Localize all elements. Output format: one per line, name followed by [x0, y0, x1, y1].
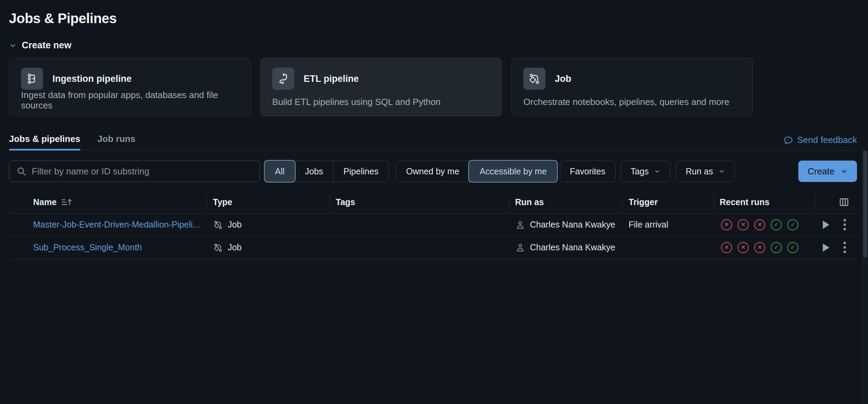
jobs-and-pipelines-page: Jobs & Pipelines Create new [0, 0, 868, 404]
column-header-actions [815, 191, 857, 213]
run-failed-icon[interactable]: ✕ [738, 242, 749, 253]
kebab-menu-button[interactable] [841, 218, 848, 232]
create-label: Create [808, 166, 835, 177]
card-title: Job [555, 74, 571, 84]
create-new-label: Create new [22, 40, 71, 51]
toolbar: All Jobs Pipelines Owned by me Accessibl… [9, 161, 857, 182]
search-icon [16, 166, 27, 176]
run-as-user: Charles Nana Kwakye [530, 242, 615, 252]
filter-pipelines[interactable]: Pipelines [333, 161, 388, 182]
run-success-icon[interactable]: ✓ [787, 219, 798, 230]
chevron-down-icon [654, 168, 660, 174]
run-success-icon[interactable]: ✓ [771, 242, 782, 253]
tags-cell [329, 236, 509, 259]
column-header-recent-runs: Recent runs [713, 191, 815, 213]
column-header-type: Type [207, 191, 329, 213]
run-as-user: Charles Nana Kwakye [530, 220, 615, 230]
tab-job-runs[interactable]: Job runs [98, 134, 136, 150]
run-success-icon[interactable]: ✓ [771, 219, 782, 230]
trigger-cell [622, 236, 713, 259]
run-now-button[interactable] [823, 221, 829, 229]
run-failed-icon[interactable]: ✕ [754, 242, 765, 253]
job-icon [213, 242, 223, 253]
card-ingestion-pipeline[interactable]: Ingestion pipeline Ingest data from popu… [9, 58, 251, 116]
create-new-cards: Ingestion pipeline Ingest data from popu… [9, 58, 857, 116]
chevron-down-icon [9, 42, 17, 49]
tags-cell [329, 213, 509, 236]
owner-filter-group: Owned by me Accessible by me [396, 161, 557, 182]
filter-accessible-by-me[interactable]: Accessible by me [469, 161, 557, 182]
card-job[interactable]: Job Orchestrate notebooks, pipelines, qu… [511, 58, 753, 116]
card-description: Orchestrate notebooks, pipelines, querie… [523, 97, 741, 107]
filter-jobs[interactable]: Jobs [295, 161, 333, 182]
sort-ascending-icon [61, 198, 72, 207]
job-type-label: Job [228, 242, 241, 252]
card-description: Ingest data from popular apps, databases… [21, 90, 239, 110]
card-etl-pipeline[interactable]: ETL pipeline Build ETL pipelines using S… [260, 58, 502, 116]
feedback-icon [783, 135, 793, 145]
ingestion-pipeline-icon [21, 68, 43, 90]
table-row: Sub_Process_Single_Month Job [9, 236, 857, 259]
user-icon [515, 220, 525, 230]
tags-dropdown[interactable]: Tags [621, 161, 671, 182]
run-failed-icon[interactable]: ✕ [738, 219, 749, 230]
type-filter-group: All Jobs Pipelines [265, 161, 389, 182]
favorites-label: Favorites [570, 166, 605, 176]
card-title: ETL pipeline [304, 74, 359, 84]
columns-settings-button[interactable] [839, 197, 849, 208]
run-failed-icon[interactable]: ✕ [721, 219, 732, 230]
scrollbar-thumb[interactable] [863, 151, 867, 258]
tags-label: Tags [631, 166, 649, 176]
job-name-link[interactable]: Master-Job-Event-Driven-Medallion-Pipeli… [33, 220, 200, 230]
jobs-table: Name Type Tags Run as Trigger Recent run… [9, 191, 857, 259]
run-failed-icon[interactable]: ✕ [721, 242, 732, 253]
run-as-dropdown[interactable]: Run as [675, 161, 734, 182]
filter-all[interactable]: All [265, 161, 295, 182]
chevron-down-icon [719, 168, 725, 174]
user-icon [515, 242, 525, 253]
table-row: Master-Job-Event-Driven-Medallion-Pipeli… [9, 213, 857, 236]
column-header-trigger: Trigger [622, 191, 713, 213]
run-now-button[interactable] [823, 243, 829, 252]
send-feedback-label: Send feedback [797, 135, 857, 145]
column-header-run-as: Run as [509, 191, 622, 213]
tab-jobs-and-pipelines[interactable]: Jobs & pipelines [9, 134, 80, 150]
recent-runs-cell: ✕✕✕✓✓ [713, 213, 815, 236]
column-header-name[interactable]: Name [9, 191, 207, 213]
search-box [9, 161, 260, 182]
etl-pipeline-icon [272, 68, 294, 90]
table-header: Name Type Tags Run as Trigger Recent run… [9, 191, 857, 213]
tabs-row: Jobs & pipelines Job runs Send feedback [9, 134, 857, 151]
job-name-link[interactable]: Sub_Process_Single_Month [33, 242, 142, 252]
card-description: Build ETL pipelines using SQL and Python [272, 97, 490, 107]
job-icon [213, 220, 223, 230]
trigger-cell: File arrival [622, 213, 713, 236]
column-header-tags: Tags [329, 191, 509, 213]
run-as-label: Run as [685, 166, 713, 176]
run-success-icon[interactable]: ✓ [787, 242, 798, 253]
kebab-menu-button[interactable] [841, 240, 848, 254]
columns-icon [839, 197, 849, 208]
job-type-label: Job [228, 220, 241, 230]
scrollbar-track [862, 148, 868, 404]
search-input[interactable] [32, 166, 253, 177]
recent-runs-cell: ✕✕✕✓✓ [713, 236, 815, 259]
filter-owned-by-me[interactable]: Owned by me [396, 161, 469, 182]
job-icon [523, 68, 545, 90]
create-new-toggle[interactable]: Create new [9, 40, 71, 51]
page-title: Jobs & Pipelines [9, 10, 857, 26]
chevron-down-icon [841, 168, 848, 175]
send-feedback-link[interactable]: Send feedback [783, 135, 857, 150]
create-button[interactable]: Create [798, 161, 857, 182]
card-title: Ingestion pipeline [52, 74, 132, 84]
run-failed-icon[interactable]: ✕ [754, 219, 765, 230]
favorites-filter-button[interactable]: Favorites [560, 161, 615, 182]
